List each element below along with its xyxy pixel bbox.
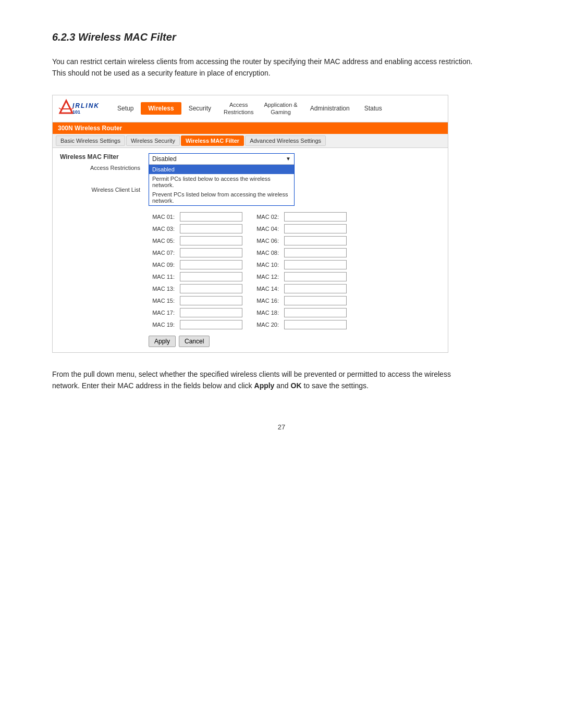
mac-input-1[interactable] bbox=[180, 212, 242, 221]
mac-row-9: MAC 17: MAC 18: bbox=[149, 308, 440, 317]
mac-input-20[interactable] bbox=[284, 320, 347, 329]
mac-row-8: MAC 15: MAC 16: bbox=[149, 296, 440, 305]
mac-label-7: MAC 07: bbox=[149, 250, 175, 256]
brand-irlink-text: IRLINK bbox=[72, 102, 100, 109]
mac-row-2: MAC 03: MAC 04: bbox=[149, 224, 440, 233]
mac-input-16[interactable] bbox=[284, 296, 347, 305]
mac-row-1: MAC 01: MAC 02: bbox=[149, 212, 440, 221]
dropdown-option-disabled[interactable]: Disabled bbox=[149, 165, 294, 174]
nav-tab-administration[interactable]: Administration bbox=[303, 102, 357, 115]
mac-row-4: MAC 07: MAC 08: bbox=[149, 248, 440, 257]
section-title: 6.2.3 Wireless MAC Filter bbox=[52, 31, 511, 43]
button-row: Apply Cancel bbox=[149, 336, 440, 347]
brand-num-text: 101 bbox=[72, 109, 100, 115]
mac-input-6[interactable] bbox=[284, 236, 347, 245]
svg-marker-0 bbox=[60, 101, 72, 113]
dropdown-arrow-icon: ▼ bbox=[286, 156, 291, 162]
mac-input-15[interactable] bbox=[180, 296, 242, 305]
access-restrictions-dropdown[interactable]: Disabled ▼ Disabled Permit PCs listed be… bbox=[149, 153, 295, 206]
mac-input-14[interactable] bbox=[284, 284, 347, 293]
bottom-paragraph: From the pull down menu, select whether … bbox=[52, 368, 480, 392]
mac-label-13: MAC 13: bbox=[149, 286, 175, 292]
nav-tab-setup[interactable]: Setup bbox=[110, 102, 141, 115]
mac-input-18[interactable] bbox=[284, 308, 347, 317]
mac-row-7: MAC 13: MAC 14: bbox=[149, 284, 440, 293]
mac-label-19: MAC 19: bbox=[149, 322, 175, 328]
mac-label-8: MAC 08: bbox=[253, 250, 279, 256]
mac-label-14: MAC 14: bbox=[253, 286, 279, 292]
router-label-bar: 300N Wireless Router bbox=[53, 122, 448, 134]
mac-input-8[interactable] bbox=[284, 248, 347, 257]
mac-input-2[interactable] bbox=[284, 212, 347, 221]
top-nav: IRLINK 101 Setup Wireless Security Acces… bbox=[53, 95, 448, 122]
mac-input-7[interactable] bbox=[180, 248, 242, 257]
subnav-wireless-mac-filter[interactable]: Wireless MAC Filter bbox=[181, 135, 244, 146]
subnav-basic-wireless[interactable]: Basic Wireless Settings bbox=[56, 135, 125, 146]
mac-input-10[interactable] bbox=[284, 260, 347, 269]
apply-button[interactable]: Apply bbox=[149, 336, 176, 347]
mac-label-20: MAC 20: bbox=[253, 322, 279, 328]
mac-label-2: MAC 02: bbox=[253, 214, 279, 220]
mac-label-9: MAC 09: bbox=[149, 262, 175, 268]
wireless-client-list-label: Wireless Client List bbox=[60, 187, 143, 193]
page-number: 27 bbox=[52, 423, 511, 431]
mac-label-18: MAC 18: bbox=[253, 310, 279, 316]
mac-input-19[interactable] bbox=[180, 320, 242, 329]
nav-tab-security[interactable]: Security bbox=[181, 102, 218, 115]
mac-address-grid: MAC 01: MAC 02: MAC 03: MAC 04: MAC 05: … bbox=[149, 212, 440, 329]
router-ui-panel: IRLINK 101 Setup Wireless Security Acces… bbox=[52, 95, 448, 353]
mac-label-4: MAC 04: bbox=[253, 226, 279, 232]
mac-label-11: MAC 11: bbox=[149, 274, 175, 280]
access-restrictions-dropdown-wrap: Disabled ▼ Disabled Permit PCs listed be… bbox=[149, 153, 440, 206]
mac-input-9[interactable] bbox=[180, 260, 242, 269]
mac-input-13[interactable] bbox=[180, 284, 242, 293]
ui-content-area: Wireless MAC Filter Access Restrictions … bbox=[53, 148, 448, 352]
brand-logo: IRLINK 101 bbox=[58, 98, 100, 119]
mac-label-5: MAC 05: bbox=[149, 238, 175, 244]
mac-input-12[interactable] bbox=[284, 272, 347, 281]
mac-row-6: MAC 11: MAC 12: bbox=[149, 272, 440, 281]
left-sidebar: Wireless MAC Filter Access Restrictions … bbox=[60, 153, 149, 347]
main-form: Disabled ▼ Disabled Permit PCs listed be… bbox=[149, 153, 440, 347]
nav-tab-access[interactable]: AccessRestrictions bbox=[218, 100, 259, 118]
nav-tabs-container: Setup Wireless Security AccessRestrictio… bbox=[110, 100, 443, 118]
sidebar-title: Wireless MAC Filter bbox=[60, 153, 143, 161]
subnav-wireless-security[interactable]: Wireless Security bbox=[126, 135, 180, 146]
mac-label-10: MAC 10: bbox=[253, 262, 279, 268]
dropdown-current-value: Disabled bbox=[152, 155, 286, 163]
mac-input-11[interactable] bbox=[180, 272, 242, 281]
access-restrictions-label: Access Restrictions bbox=[60, 165, 143, 171]
mac-label-3: MAC 03: bbox=[149, 226, 175, 232]
cancel-button[interactable]: Cancel bbox=[179, 336, 210, 347]
mac-input-4[interactable] bbox=[284, 224, 347, 233]
mac-row-3: MAC 05: MAC 06: bbox=[149, 236, 440, 245]
mac-input-17[interactable] bbox=[180, 308, 242, 317]
mac-label-16: MAC 16: bbox=[253, 298, 279, 304]
mac-label-15: MAC 15: bbox=[149, 298, 175, 304]
mac-label-1: MAC 01: bbox=[149, 214, 175, 220]
mac-label-17: MAC 17: bbox=[149, 310, 175, 316]
nav-tab-application[interactable]: Application &Gaming bbox=[259, 100, 302, 118]
subnav-advanced-wireless[interactable]: Advanced Wireless Settings bbox=[245, 135, 326, 146]
mac-label-6: MAC 06: bbox=[253, 238, 279, 244]
mac-row-5: MAC 09: MAC 10: bbox=[149, 260, 440, 269]
dropdown-option-prevent[interactable]: Prevent PCs listed below from accessing … bbox=[149, 190, 294, 205]
intro-paragraph: You can restrict certain wireless client… bbox=[52, 56, 480, 79]
nav-tab-wireless[interactable]: Wireless bbox=[141, 102, 181, 115]
mac-input-3[interactable] bbox=[180, 224, 242, 233]
mac-label-12: MAC 12: bbox=[253, 274, 279, 280]
mac-input-5[interactable] bbox=[180, 236, 242, 245]
sub-nav: Basic Wireless Settings Wireless Securit… bbox=[53, 134, 448, 148]
dropdown-option-permit[interactable]: Permit PCs listed below to access the wi… bbox=[149, 174, 294, 190]
nav-tab-status[interactable]: Status bbox=[357, 102, 389, 115]
mac-row-10: MAC 19: MAC 20: bbox=[149, 320, 440, 329]
